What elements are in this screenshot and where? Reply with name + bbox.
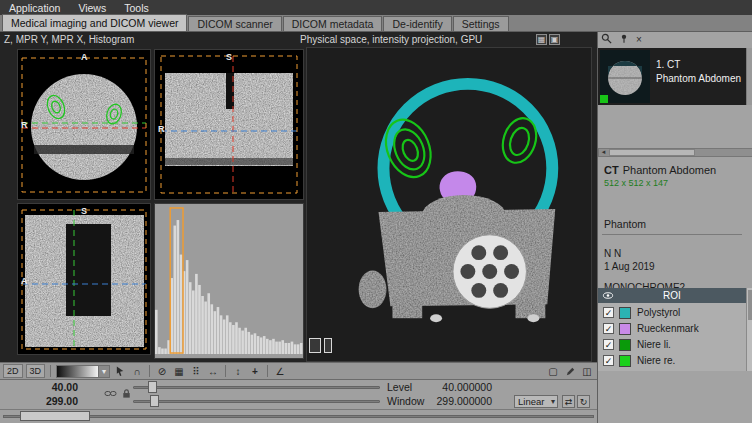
separator: [149, 365, 150, 377]
level-slider[interactable]: [133, 381, 380, 394]
sagittal-view-pane[interactable]: S A: [17, 203, 151, 355]
roi-item-niere-li[interactable]: ✓ Niere li.: [598, 337, 746, 352]
roi-list: ✓ Polystyrol ✓ Rueckenmark ✓ Niere li. ✓…: [598, 303, 746, 371]
roi-visibility-checkbox[interactable]: ✓: [603, 355, 614, 366]
angle-measure-icon[interactable]: ∠: [273, 364, 287, 378]
roi-list-scrollbar[interactable]: [746, 288, 752, 371]
close-icon[interactable]: ×: [636, 34, 642, 45]
invert-levelwindow-button[interactable]: ⇄: [562, 395, 575, 408]
level-value[interactable]: 40.000000: [428, 381, 492, 393]
level-value-short[interactable]: 40.00: [28, 381, 78, 393]
slider-handle[interactable]: [150, 395, 159, 407]
mode-3d-button[interactable]: 3D: [26, 364, 46, 378]
orientation-label-top: S: [226, 52, 232, 62]
maximize-view-icon[interactable]: ▣: [549, 34, 560, 45]
scroll-left-icon[interactable]: ◂: [599, 148, 608, 156]
modality-label: CT: [604, 164, 619, 176]
phantom-cavity: [66, 224, 111, 316]
window-value-short[interactable]: 299.00: [24, 395, 78, 407]
roi-item-niere-re[interactable]: ✓ Niere re.: [598, 353, 746, 368]
roi-item-rueckenmark[interactable]: ✓ Rueckenmark: [598, 321, 746, 336]
roi-visibility-checkbox[interactable]: ✓: [603, 339, 614, 350]
disable-overlay-icon[interactable]: ⊘: [155, 364, 169, 378]
colormap-dropdown[interactable]: ▾: [56, 365, 110, 378]
scrollbar-thumb[interactable]: [748, 290, 752, 320]
roi-section-header[interactable]: ROI: [598, 288, 746, 303]
orientation-label-top: A: [81, 52, 88, 62]
tab-dicom-scanner[interactable]: DICOM scanner: [188, 16, 281, 31]
level-label: Level: [387, 381, 412, 393]
view-toolbar: 2D 3D ▾ ∩ ⊘ ▦ ⠿ ↔ ↕ + ∠ ▢ ◫: [0, 362, 597, 380]
scrollbar-thumb[interactable]: [609, 149, 695, 156]
crosshair-tool-icon[interactable]: +: [248, 364, 262, 378]
grid-layout-icon[interactable]: ▦: [536, 34, 547, 45]
scrollbar-groove: [3, 415, 594, 418]
pencil-annotate-icon[interactable]: [563, 364, 577, 378]
roi-color-swatch[interactable]: [619, 323, 631, 335]
slider-handle[interactable]: [148, 381, 157, 393]
rectangle-select-icon[interactable]: ▢: [546, 364, 560, 378]
tab-medical-imaging-viewer[interactable]: Medical imaging and DICOM viewer: [2, 14, 187, 31]
reset-levelwindow-button[interactable]: ↻: [577, 395, 590, 408]
menu-application[interactable]: Application: [0, 0, 69, 15]
histogram-bars: [155, 220, 303, 354]
chevron-down-icon: ▾: [98, 366, 109, 377]
dataset-list-item-selected[interactable]: 1. CT Phantom Abdomen: [598, 48, 746, 105]
study-date: 1 Aug 2019: [604, 261, 655, 272]
lock-icon[interactable]: [121, 388, 132, 401]
render-mode-title: Physical space, intensity projection, GP…: [300, 34, 482, 45]
volume-3d-pane[interactable]: [306, 47, 592, 362]
table-band: [165, 158, 293, 165]
tab-de-identify[interactable]: De-identify: [383, 16, 451, 31]
roi-visibility-checkbox[interactable]: ✓: [603, 307, 614, 318]
dataset-name-field[interactable]: Phantom: [604, 218, 646, 230]
link-level-window-icon[interactable]: [104, 388, 117, 401]
eye-icon[interactable]: [602, 290, 614, 303]
menu-bar: Application Views Tools: [0, 0, 752, 15]
search-icon[interactable]: [601, 33, 612, 46]
phantom-foot: [430, 314, 442, 322]
slice-scrollbar[interactable]: [0, 410, 597, 423]
orientation-label-left: A: [21, 276, 28, 286]
pan-vertical-icon[interactable]: ↕: [231, 364, 245, 378]
roi-color-swatch[interactable]: [619, 355, 631, 367]
axial-view-pane[interactable]: A R: [17, 49, 151, 200]
mapping-combobox[interactable]: Linear ▾: [514, 395, 558, 408]
magnet-tool-icon[interactable]: ∩: [130, 364, 144, 378]
dataset-title: CTPhantom Abdomen: [604, 164, 716, 176]
orientation-label-top: S: [81, 206, 87, 216]
pan-horizontal-icon[interactable]: ↔: [206, 364, 220, 378]
window-slider[interactable]: [133, 395, 380, 408]
roi-header-label: ROI: [663, 290, 681, 301]
view-widget-icon[interactable]: [309, 338, 332, 353]
mapping-value: Linear: [518, 396, 544, 407]
tab-bar: Medical imaging and DICOM viewer DICOM s…: [0, 15, 752, 32]
menu-views[interactable]: Views: [69, 0, 115, 15]
roi-visibility-checkbox[interactable]: ✓: [603, 323, 614, 334]
menu-tools[interactable]: Tools: [115, 0, 158, 15]
histogram-pane[interactable]: [154, 203, 304, 359]
viewer-area: Z, MPR Y, MPR X, Histogram Physical spac…: [0, 32, 597, 362]
dataset-index-label: 1. CT: [656, 59, 680, 70]
pointer-tool-icon[interactable]: [113, 364, 127, 378]
window-value[interactable]: 299.000000: [424, 395, 492, 407]
coronal-view-pane[interactable]: S R: [154, 49, 304, 200]
scrollbar-thumb[interactable]: [20, 411, 90, 421]
dataset-list-scrollbar[interactable]: [746, 48, 752, 105]
roi-item-label: Niere re.: [637, 355, 675, 366]
drag-dots-icon[interactable]: ⠿: [189, 364, 203, 378]
orientation-label-left: R: [21, 120, 28, 130]
properties-hscrollbar[interactable]: ◂: [598, 148, 752, 157]
pin-icon[interactable]: [619, 33, 629, 46]
mode-2d-button[interactable]: 2D: [3, 364, 23, 378]
split-view-icon[interactable]: ◫: [580, 364, 594, 378]
grayscale-ramp: [57, 366, 98, 377]
dataset-dimensions: 512 x 512 x 147: [604, 178, 668, 188]
roi-item-polystyrol[interactable]: ✓ Polystyrol: [598, 305, 746, 320]
layout-grid-icon[interactable]: ▦: [172, 364, 186, 378]
tab-settings[interactable]: Settings: [453, 16, 509, 31]
roi-color-swatch[interactable]: [619, 339, 631, 351]
tab-dicom-metadata[interactable]: DICOM metadata: [283, 16, 383, 31]
roi-color-swatch[interactable]: [619, 307, 631, 319]
data-sidebar: × 1. CT Phantom Abdomen ◂: [597, 32, 752, 423]
